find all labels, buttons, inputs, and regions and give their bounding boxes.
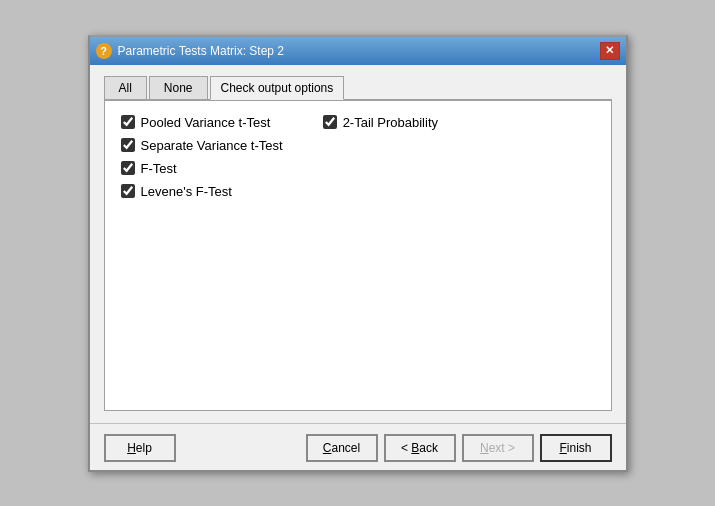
content-area: All None Check output options Pooled Var… <box>90 65 626 423</box>
checkbox-row-pooled[interactable]: Pooled Variance t-Test <box>121 115 283 130</box>
tabs-row: All None Check output options <box>104 75 612 101</box>
options-panel: Pooled Variance t-Test Separate Variance… <box>104 101 612 411</box>
label-separate: Separate Variance t-Test <box>141 138 283 153</box>
finish-label: Finish <box>559 441 591 455</box>
checkbox-ftest[interactable] <box>121 161 135 175</box>
window-title: Parametric Tests Matrix: Step 2 <box>118 44 285 58</box>
checkbox-levene[interactable] <box>121 184 135 198</box>
tab-all[interactable]: All <box>104 76 147 99</box>
close-button[interactable]: ✕ <box>600 42 620 60</box>
cancel-button[interactable]: Cancel <box>306 434 378 462</box>
cancel-label: Cancel <box>323 441 360 455</box>
help-label: Help <box>127 441 152 455</box>
next-label: Next > <box>480 441 515 455</box>
checkbox-separate[interactable] <box>121 138 135 152</box>
label-tail2: 2-Tail Probability <box>343 115 438 130</box>
button-row: Help Cancel < Back Next > Finish <box>90 423 626 470</box>
back-label: < Back <box>401 441 438 455</box>
label-levene: Levene's F-Test <box>141 184 232 199</box>
help-button[interactable]: Help <box>104 434 176 462</box>
tab-none[interactable]: None <box>149 76 208 99</box>
checkbox-row-separate[interactable]: Separate Variance t-Test <box>121 138 283 153</box>
checkbox-row-levene[interactable]: Levene's F-Test <box>121 184 283 199</box>
btn-group-right: Cancel < Back Next > Finish <box>306 434 612 462</box>
options-col-right: 2-Tail Probability <box>323 115 438 199</box>
title-bar: ? Parametric Tests Matrix: Step 2 ✕ <box>90 37 626 65</box>
label-pooled: Pooled Variance t-Test <box>141 115 271 130</box>
options-columns: Pooled Variance t-Test Separate Variance… <box>121 115 595 199</box>
tab-active-label: Check output options <box>210 76 345 100</box>
options-col-left: Pooled Variance t-Test Separate Variance… <box>121 115 283 199</box>
checkbox-row-tail2[interactable]: 2-Tail Probability <box>323 115 438 130</box>
help-icon: ? <box>96 43 112 59</box>
checkbox-row-ftest[interactable]: F-Test <box>121 161 283 176</box>
dialog-window: ? Parametric Tests Matrix: Step 2 ✕ All … <box>88 35 628 472</box>
checkbox-pooled[interactable] <box>121 115 135 129</box>
label-ftest: F-Test <box>141 161 177 176</box>
title-bar-left: ? Parametric Tests Matrix: Step 2 <box>96 43 285 59</box>
back-button[interactable]: < Back <box>384 434 456 462</box>
finish-button[interactable]: Finish <box>540 434 612 462</box>
next-button[interactable]: Next > <box>462 434 534 462</box>
checkbox-tail2[interactable] <box>323 115 337 129</box>
